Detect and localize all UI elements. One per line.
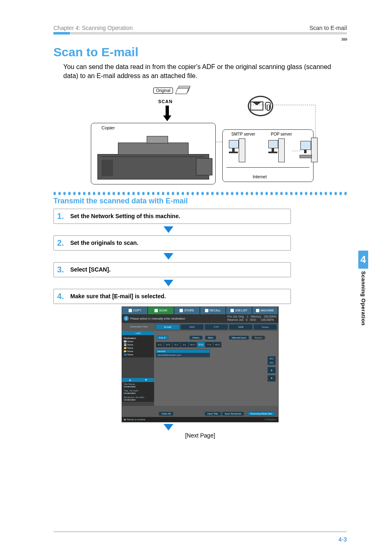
tab-group[interactable]: Group [254, 324, 277, 330]
scroll-up-button[interactable]: ▲ [267, 367, 276, 373]
dest-item: 📧 None [124, 340, 152, 343]
step-num: 1. [57, 212, 66, 221]
dashed-line [216, 142, 222, 142]
chapter-side-tab: 4 Scanning Operation [358, 251, 368, 326]
status-line: ▣ Ready to receive ⟳ Rotation [122, 417, 278, 422]
chapter-name: Scanning Operation [360, 271, 367, 326]
status-rotation: ⟳ Rotation [265, 418, 277, 421]
header-left: Chapter 4: Scanning Operation [53, 25, 133, 31]
pop-label: POP server [271, 132, 292, 136]
step-num: 4. [57, 292, 66, 301]
recall-icon [205, 309, 208, 312]
scan-label: SCAN [158, 99, 173, 104]
input-sentence-button[interactable]: Input Sentence [222, 412, 244, 416]
info-text: Please select or manually enter destinat… [130, 317, 185, 320]
next-page-label: [Next Page] [53, 432, 347, 439]
address-result[interactable]: sample sample@sample.com [156, 349, 210, 357]
destination-panel: Destination 📧 None 💾 None 📁 None 📂 None … [122, 335, 154, 357]
step-3: 3. Select [SCAN]. [53, 262, 291, 277]
alpha-df[interactable]: D-F [164, 342, 172, 348]
dest-item: 📂 None [124, 350, 152, 352]
alpha-mo[interactable]: M-O [189, 342, 197, 348]
dashed-line [315, 105, 316, 138]
machine-icon [256, 309, 259, 312]
dest-arrows: ▲ ▼ [122, 378, 154, 382]
overview-diagram: Original SCAN Copier SMTP server POP ser… [85, 85, 315, 188]
tab-ftp[interactable]: FTP [205, 324, 228, 330]
alpha-tv[interactable]: T-V [205, 342, 213, 348]
arrow-down-button[interactable]: ▼ [138, 378, 154, 382]
dest-item: 📁 None [124, 346, 152, 349]
network-line [226, 167, 309, 168]
client-pc-icon [300, 138, 318, 166]
side-buttons: 001 001 ▲ ▼ [267, 356, 276, 382]
page-footer: 4-3 [53, 532, 347, 543]
tab-store[interactable]: STORE [174, 307, 200, 314]
down-triangle-icon [164, 280, 173, 286]
header-right: Scan to E-mail [309, 25, 347, 31]
tab-hdd[interactable]: HDD [180, 324, 204, 330]
chapter-number: 4 [358, 251, 368, 269]
down-triangle-icon [164, 424, 173, 431]
tab-scan[interactable]: SCAN [148, 307, 174, 314]
status-right: Pre-Job Orig. 1 Memory 100.000% Reserve … [227, 315, 277, 322]
smtp-label: SMTP server [231, 132, 255, 136]
scroll-down-button[interactable]: ▼ [267, 375, 276, 382]
others-button[interactable]: Others [189, 336, 203, 340]
right-column: A to Z Others Main Manual Input Search A… [154, 331, 278, 406]
intro-text: You can send the data read in from the c… [63, 62, 347, 81]
search-button[interactable]: Search [251, 336, 265, 340]
dest-nav-label: Destination Nav. [123, 324, 155, 329]
internet-label: Internet [253, 175, 267, 179]
alpha-gi[interactable]: G-I [172, 342, 180, 348]
filter-atoz-button[interactable]: A to Z [156, 336, 168, 340]
dest-item: 💾 None [124, 343, 152, 346]
lan-header: LAN [122, 331, 154, 335]
smtp-server-icon [229, 138, 245, 163]
alpha-jl[interactable]: J-L [180, 342, 189, 348]
store-icon [180, 309, 183, 312]
copy-icon [129, 309, 132, 312]
tab-recall[interactable]: RECALL [200, 307, 226, 314]
alpha-ps[interactable]: P-S [197, 342, 205, 348]
step-num: 3. [57, 265, 66, 274]
page-title: Scan to E-mail [53, 45, 347, 59]
alpha-wz[interactable]: W-Z [213, 342, 221, 348]
dashed-line [251, 105, 314, 105]
tab-copy[interactable]: COPY [122, 307, 148, 314]
tab-email[interactable]: E-mail [156, 324, 179, 330]
info-icon: i [124, 316, 129, 321]
status-ready: ▣ Ready to receive [124, 418, 145, 421]
page-indicator: 001 001 [267, 356, 276, 365]
manual-input-button[interactable]: Manual Input [229, 336, 249, 340]
section-subtitle: Transmit the scanned data with E-mail [53, 197, 347, 205]
down-triangle-icon [164, 226, 173, 233]
step-text: Set the originals to scan. [70, 240, 138, 246]
step-4: 4. Make sure that [E-mail] is selected. [53, 289, 291, 304]
main-button[interactable]: Main [205, 336, 216, 340]
step-1: 1. Set the Network Setting of this machi… [53, 209, 291, 224]
arrow-up-button[interactable]: ▲ [122, 378, 138, 382]
dest-item: 👥 None [124, 353, 152, 356]
original-label: Original [153, 88, 173, 94]
chevrons-icon: »» [53, 35, 347, 43]
header-underline [53, 32, 347, 35]
step-num: 2. [57, 238, 66, 248]
dots-divider [53, 192, 347, 195]
document-stack-icon [176, 86, 189, 93]
step-text: Make sure that [E-mail] is selected. [70, 293, 166, 299]
tab-smb[interactable]: SMB [229, 324, 252, 330]
info-bar: i Please select or manually enter destin… [122, 314, 278, 323]
copier-label: Copier [101, 125, 115, 130]
top-tabs: COPY SCAN STORE RECALL JOB LIST MACHINE [122, 307, 278, 314]
list-icon [231, 309, 234, 312]
input-title-button[interactable]: Input Title [205, 412, 221, 416]
scanning-mode-button[interactable]: Scanning Mode Set. [247, 412, 275, 416]
tab-machine[interactable]: MACHINE [252, 307, 278, 314]
meta-file-name: File Name Undecided [122, 382, 154, 389]
left-column: LAN Destination 📧 None 💾 None 📁 None 📂 N… [122, 331, 154, 406]
clear-all-button[interactable]: Clear All [159, 412, 173, 416]
alpha-ac[interactable]: A-C [156, 342, 164, 348]
tab-joblist[interactable]: JOB LIST [226, 307, 252, 314]
step-2: 2. Set the originals to scan. [53, 235, 291, 251]
